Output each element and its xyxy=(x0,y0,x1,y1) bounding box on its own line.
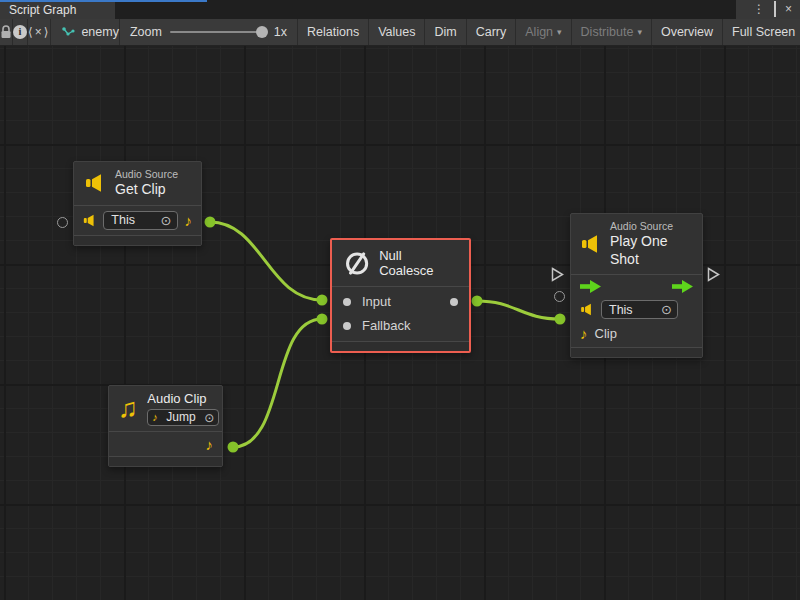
align-label: Align xyxy=(525,25,553,39)
play-clip-row: ♪ Clip xyxy=(571,324,702,347)
full-screen-button[interactable]: Full Screen xyxy=(723,19,800,45)
play-flow-in-port[interactable] xyxy=(551,267,564,282)
fallback-port[interactable] xyxy=(343,322,351,330)
audio-clip-icon: ♫ xyxy=(118,395,138,422)
node-get-clip-header: Audio Source Get Clip xyxy=(74,162,201,206)
object-picker-icon[interactable]: ⊙ xyxy=(661,303,672,316)
play-this-port[interactable] xyxy=(554,291,565,302)
audio-clip-output-icon[interactable]: ♪ xyxy=(185,213,193,228)
lock-icon xyxy=(0,25,12,39)
get-clip-port-row: This ⊙ ♪ xyxy=(74,206,201,235)
close-icon[interactable]: × xyxy=(785,0,792,19)
audio-source-icon xyxy=(84,173,106,193)
node-audio-clip[interactable]: ♫ Audio Clip ♪ Jump ⊙ ♪ xyxy=(108,385,223,467)
lock-button[interactable] xyxy=(0,19,13,45)
info-button[interactable]: i xyxy=(13,19,28,45)
chevron-down-icon: ▾ xyxy=(557,27,562,37)
node-title: Get Clip xyxy=(115,181,178,199)
flow-row xyxy=(571,275,702,298)
tab-script-graph[interactable]: Script Graph xyxy=(0,2,115,19)
fallback-port-row: Fallback xyxy=(332,314,469,342)
graph-icon xyxy=(61,26,75,39)
node-play-one-shot[interactable]: Audio Source Play One Shot This ⊙ xyxy=(570,213,703,358)
this-value: This xyxy=(111,213,135,227)
node-footer xyxy=(571,347,702,357)
flow-in-arrow-icon[interactable] xyxy=(580,280,601,293)
this-field[interactable]: This ⊙ xyxy=(103,211,177,230)
code-icon: ⟨×⟩ xyxy=(28,25,50,39)
zoom-control: Zoom 1x xyxy=(120,19,298,45)
object-picker-icon[interactable]: ⊙ xyxy=(204,412,214,424)
node-category: Audio Source xyxy=(610,220,692,233)
this-field[interactable]: This ⊙ xyxy=(601,300,678,319)
play-this-row: This ⊙ xyxy=(571,298,702,324)
play-flow-out-port[interactable] xyxy=(707,267,720,282)
jump-field[interactable]: ♪ Jump ⊙ xyxy=(147,409,219,426)
node-footer xyxy=(74,235,201,245)
fallback-port-label: Fallback xyxy=(362,318,410,333)
dim-button[interactable]: Dim xyxy=(425,19,466,45)
window-controls: ⋮ × xyxy=(736,0,800,19)
node-title: Audio Clip xyxy=(147,391,219,407)
zoom-slider-handle[interactable] xyxy=(256,26,268,38)
node-footer xyxy=(109,456,222,466)
play-one-shot-header: Audio Source Play One Shot xyxy=(571,214,702,275)
audio-source-icon xyxy=(83,214,96,227)
zoom-value: 1x xyxy=(274,25,287,39)
audio-clip-header: ♫ Audio Clip ♪ Jump ⊙ xyxy=(109,386,222,432)
tab-bar: Script Graph ⋮ × xyxy=(0,0,800,19)
audio-source-icon xyxy=(580,303,594,316)
node-category: Audio Source xyxy=(115,168,178,181)
overview-button[interactable]: Overview xyxy=(652,19,723,45)
info-icon: i xyxy=(13,25,27,39)
carry-button[interactable]: Carry xyxy=(467,19,517,45)
maximize-icon[interactable] xyxy=(774,0,776,19)
this-value: This xyxy=(609,303,633,317)
distribute-button[interactable]: Distribute ▾ xyxy=(572,19,652,45)
input-port-row: Input xyxy=(332,287,469,314)
audio-clip-input-icon: ♪ xyxy=(580,326,588,341)
script-graph-window: Script Graph ⋮ × i ⟨×⟩ ene xyxy=(0,0,800,600)
get-clip-this-port[interactable] xyxy=(57,217,68,228)
breadcrumb-graph-name: enemy xyxy=(81,25,119,39)
clip-port-label: Clip xyxy=(595,326,617,341)
null-coalesce-icon xyxy=(344,250,370,277)
null-coalesce-header: Null Coalesce xyxy=(332,240,469,287)
node-footer xyxy=(332,341,469,351)
breadcrumb[interactable]: enemy xyxy=(51,19,120,45)
zoom-label: Zoom xyxy=(130,25,162,39)
graph-toolbar: i ⟨×⟩ enemy Zoom 1x Relations Values Dim… xyxy=(0,19,800,46)
output-port[interactable] xyxy=(450,298,458,306)
chevron-down-icon: ▾ xyxy=(637,27,642,37)
input-port[interactable] xyxy=(343,298,351,306)
menu-icon[interactable]: ⋮ xyxy=(753,0,765,19)
distribute-label: Distribute xyxy=(581,25,634,39)
maximize-box xyxy=(774,1,776,17)
flow-out-arrow-icon[interactable] xyxy=(672,280,693,293)
music-note-icon: ♪ xyxy=(152,412,158,423)
node-title: Null Coalesce xyxy=(379,248,457,278)
node-null-coalesce[interactable]: Null Coalesce Input Fallback xyxy=(330,238,471,353)
object-picker-icon[interactable]: ⊙ xyxy=(161,214,172,227)
audio-clip-output-icon[interactable]: ♪ xyxy=(206,437,214,452)
zoom-slider[interactable] xyxy=(170,31,266,33)
input-port-label: Input xyxy=(362,294,391,309)
audio-source-icon xyxy=(581,234,601,254)
jump-value: Jump xyxy=(166,410,195,425)
node-get-clip[interactable]: Audio Source Get Clip This ⊙ ♪ xyxy=(73,161,202,246)
node-title: Play One Shot xyxy=(610,233,692,268)
relations-button[interactable]: Relations xyxy=(298,19,369,45)
align-button[interactable]: Align ▾ xyxy=(516,19,571,45)
code-view-button[interactable]: ⟨×⟩ xyxy=(28,19,51,45)
values-button[interactable]: Values xyxy=(369,19,425,45)
audio-clip-output-row: ♪ xyxy=(109,432,222,456)
